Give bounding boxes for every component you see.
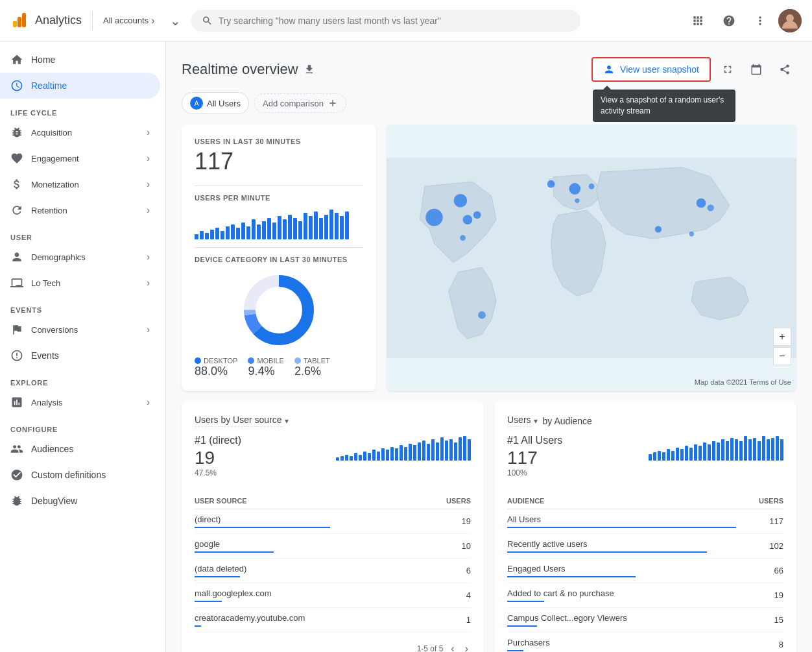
acquisition-icon (10, 126, 23, 139)
mini-bar (671, 451, 675, 461)
search-bar[interactable] (191, 10, 580, 32)
row-bar (507, 650, 523, 651)
view-snapshot-button[interactable]: View user snapshot View a snapshot of a … (591, 57, 711, 82)
main-content: Realtime overview View user snapshot Vie… (166, 42, 812, 652)
search-icon (202, 15, 213, 27)
mini-bar (721, 439, 724, 461)
mini-bar (400, 445, 403, 461)
audience-cell: All Users (507, 509, 736, 534)
mini-bar (689, 448, 693, 461)
user-source-number: 19 (195, 448, 241, 468)
user-source-rank: #1 (direct) (195, 435, 241, 446)
top-section: USERS IN LAST 30 MINUTES 117 USERS PER M… (182, 125, 796, 391)
add-icon (328, 98, 338, 108)
demographics-expand-icon: › (147, 252, 150, 262)
sidebar-item-acquisition[interactable]: Acquisition › (0, 119, 160, 145)
events-section: EVENTS (0, 296, 165, 317)
desktop-legend: DESKTOP 88.0% (195, 357, 237, 378)
help-icon-btn[interactable] (716, 8, 742, 34)
mini-bar (658, 451, 661, 461)
nav-dropdown-icon[interactable]: ⌄ (170, 13, 181, 29)
fullscreen-icon-btn[interactable] (716, 58, 739, 81)
retention-icon (10, 204, 23, 217)
tablet-value: 2.6% (294, 365, 330, 378)
export-icon[interactable] (304, 64, 315, 75)
user-source-card: Users by User source ▾ #1 (direct) 19 47… (182, 402, 484, 652)
analysis-icon (10, 396, 23, 409)
calendar-icon-btn[interactable] (745, 58, 768, 81)
source-cell: (direct) (195, 509, 420, 534)
add-comparison-button[interactable]: Add comparison (254, 93, 346, 113)
audience-percent: 100% (507, 468, 562, 477)
account-selector[interactable]: All accounts › (93, 15, 165, 27)
sidebar-item-realtime[interactable]: Realtime (0, 73, 160, 99)
sidebar-item-conversions[interactable]: Conversions › (0, 317, 160, 343)
search-input[interactable] (219, 16, 571, 26)
sidebar-item-demographics[interactable]: Demographics › (0, 244, 160, 270)
audience-arrow-icon[interactable]: ▾ (534, 417, 538, 426)
audience-card: Users ▾ by Audience #1 All Users 117 100… (494, 402, 796, 652)
apps-icon-btn[interactable] (685, 8, 711, 34)
svg-point-12 (463, 215, 473, 224)
page-header: Realtime overview View user snapshot Vie… (182, 57, 796, 82)
stats-divider2 (195, 247, 363, 248)
user-source-col1-header: USER SOURCE (195, 493, 420, 509)
table-row: (direct) 19 (195, 509, 471, 534)
source-cell: google (195, 534, 420, 559)
users-cell: 117 (736, 509, 783, 534)
users-cell: 66 (736, 559, 783, 583)
all-users-chip[interactable]: A All Users (182, 92, 249, 114)
bar (309, 216, 313, 239)
users-cell: 8 (736, 633, 783, 653)
page-title-text: Realtime overview (182, 61, 298, 78)
bar (195, 234, 198, 239)
sidebar-item-audiences[interactable]: Audiences (0, 436, 160, 462)
svg-point-22 (708, 204, 714, 211)
more-vert-icon-btn[interactable] (747, 8, 773, 34)
snapshot-tooltip: View a snapshot of a random user's activ… (593, 90, 735, 122)
sidebar-item-home[interactable]: Home (0, 47, 160, 73)
sidebar-label-analysis: Analysis (31, 398, 62, 407)
mini-bar (748, 439, 752, 461)
sidebar-item-events-nav[interactable]: Events (0, 343, 160, 368)
user-source-next-btn[interactable]: › (462, 640, 471, 652)
audience-cell: Recently active users (507, 534, 736, 559)
bar (215, 228, 219, 239)
bar (262, 221, 266, 239)
acquisition-expand-icon: › (147, 127, 150, 138)
sidebar-item-debugview[interactable]: DebugView (0, 488, 160, 514)
stats-card: USERS IN LAST 30 MINUTES 117 USERS PER M… (182, 125, 376, 391)
conversions-expand-icon: › (147, 324, 150, 335)
svg-rect-0 (13, 21, 17, 27)
share-icon-btn[interactable] (773, 58, 796, 81)
user-source-arrow-icon[interactable]: ▾ (285, 417, 289, 426)
sidebar-item-monetization[interactable]: Monetization › (0, 171, 160, 197)
bar (345, 211, 349, 239)
audience-title[interactable]: Users (507, 415, 531, 427)
user-source-prev-btn[interactable]: ‹ (448, 640, 457, 652)
sidebar-label-retention: Retention (31, 206, 67, 215)
all-users-label: All Users (207, 99, 241, 108)
explore-section: EXPLORE (0, 368, 165, 389)
mini-bar (354, 453, 357, 461)
sidebar-item-tech[interactable]: Lo Tech › (0, 270, 160, 296)
bar (205, 233, 209, 239)
sidebar-label-home: Home (31, 54, 55, 65)
retention-expand-icon: › (147, 205, 150, 215)
sidebar-item-analysis[interactable]: Analysis › (0, 389, 160, 415)
bar (298, 221, 302, 239)
sidebar-item-custom-definitions[interactable]: Custom definitions (0, 462, 160, 488)
map-zoom-out-btn[interactable]: − (773, 347, 791, 365)
audiences-icon (10, 442, 23, 455)
mini-bar (712, 441, 715, 461)
sidebar-item-retention[interactable]: Retention › (0, 197, 160, 223)
chip-avatar: A (190, 97, 203, 110)
mini-bar (390, 447, 394, 461)
sidebar-item-engagement[interactable]: Engagement › (0, 145, 160, 171)
audience-title2: by Audience (543, 416, 592, 426)
map-zoom-in-btn[interactable]: + (773, 328, 791, 346)
device-legend: DESKTOP 88.0% MOBILE 9.4% (195, 357, 363, 378)
user-avatar[interactable] (778, 9, 802, 32)
demographics-icon (10, 250, 23, 263)
logo-area: Analytics (10, 12, 93, 30)
